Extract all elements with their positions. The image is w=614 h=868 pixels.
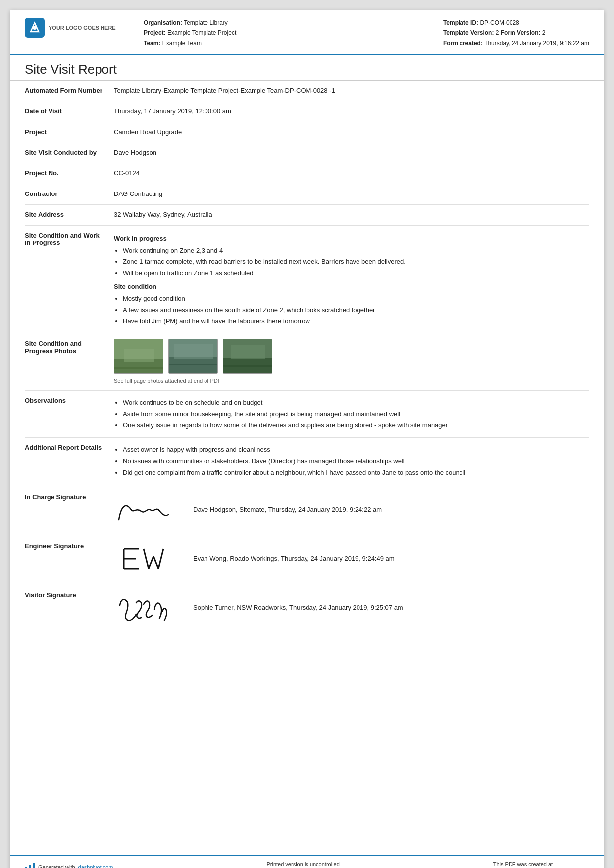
- svg-point-2: [33, 26, 37, 30]
- sig-attribution-visitor: Sophie Turner, NSW Roadworks, Thursday, …: [193, 604, 403, 611]
- sig-content-engineer: Evan Wong, Roado Workings, Thursday, 24 …: [114, 541, 589, 576]
- footer: Generated with dashpivot.com Printed ver…: [10, 855, 604, 868]
- sig-row-in-charge: In Charge Signature Dave Hodgson, Sitema…: [25, 485, 589, 534]
- value-site-visit-conducted-by: Dave Hodgson: [114, 148, 589, 158]
- list-item: Did get one complaint from a traffic con…: [123, 468, 589, 478]
- row-contractor: Contractor DAG Contracting: [25, 184, 589, 205]
- svg-line-19: [144, 549, 149, 569]
- list-item: No issues with communities or stakeholde…: [123, 456, 589, 467]
- footer-page-label: Printed version is uncontrolled: [266, 861, 339, 867]
- page: YOUR LOGO GOES HERE Organisation: Templa…: [10, 10, 604, 868]
- sig-attribution-in-charge: Dave Hodgson, Sitemate, Thursday, 24 Jan…: [193, 506, 382, 513]
- template-version-label: Template Version:: [443, 29, 494, 36]
- label-project-no: Project No.: [25, 168, 114, 177]
- label-site-condition: Site Condition and Work in Progress: [25, 231, 114, 246]
- row-observations: Observations Work continues to be on sch…: [25, 391, 589, 438]
- work-in-progress-heading: Work in progress: [114, 234, 589, 244]
- sig-row-engineer: Engineer Signature: [25, 534, 589, 583]
- photo-caption: See full page photos attached at end of …: [114, 377, 589, 386]
- logo-box: YOUR LOGO GOES HERE: [25, 18, 134, 38]
- footer-bars-icon: [25, 863, 35, 868]
- row-project: Project Camden Road Upgrade: [25, 122, 589, 143]
- content: Automated Form Number Template Library-E…: [10, 81, 604, 642]
- list-item: Have told Jim (PM) and he will have the …: [123, 316, 589, 327]
- form-version-value: 2: [542, 29, 546, 36]
- footer-right: This PDF was created at Thursday, 24 Jan…: [493, 861, 589, 868]
- footer-center: Printed version is uncontrolled Page 1 o…: [266, 861, 339, 868]
- row-date-of-visit: Date of Visit Thursday, 17 January 2019,…: [25, 101, 589, 122]
- svg-rect-6: [114, 367, 163, 369]
- row-project-no: Project No. CC-0124: [25, 163, 589, 184]
- logo-icon: [25, 18, 45, 38]
- list-item: A few issues and messiness on the south …: [123, 305, 589, 316]
- org-label: Organisation:: [144, 19, 182, 26]
- sig-image-in-charge: [114, 492, 178, 527]
- template-id-value: DP-COM-0028: [480, 19, 519, 26]
- observations-list: Work continues to be on schedule and on …: [123, 398, 589, 431]
- sig-attribution-engineer: Evan Wong, Roado Workings, Thursday, 24 …: [193, 555, 395, 562]
- project-label: Project:: [144, 29, 166, 36]
- label-automated-form-number: Automated Form Number: [25, 86, 114, 94]
- row-site-address: Site Address 32 Wallaby Way, Sydney, Aus…: [25, 205, 589, 226]
- row-photos: Site Condition and Progress Photos: [25, 334, 589, 391]
- value-photos: See full page photos attached at end of …: [114, 339, 589, 386]
- header: YOUR LOGO GOES HERE Organisation: Templa…: [10, 10, 604, 55]
- row-additional-details: Additional Report Details Asset owner is…: [25, 438, 589, 485]
- photo-row: [114, 339, 589, 374]
- template-version-value: 2: [496, 29, 499, 36]
- team-label: Team:: [144, 40, 160, 47]
- value-additional-details: Asset owner is happy with progress and c…: [114, 443, 589, 480]
- form-version-label: Form Version:: [501, 29, 541, 36]
- svg-rect-5: [124, 349, 154, 362]
- footer-pdf-label: This PDF was created at: [493, 861, 589, 867]
- photo-thumb-1: [114, 339, 163, 374]
- list-item: Mostly good condition: [123, 294, 589, 304]
- value-project-no: CC-0124: [114, 168, 589, 179]
- list-item: Will be open to traffic on Zone 1 as sch…: [123, 268, 589, 279]
- list-item: Work continues to be on schedule and on …: [123, 398, 589, 408]
- list-item: Aside from some minor housekeeping, the …: [123, 409, 589, 420]
- team-value: Example Team: [162, 40, 202, 47]
- svg-rect-8: [169, 357, 218, 374]
- site-condition-heading: Site condition: [114, 282, 589, 292]
- label-contractor: Contractor: [25, 189, 114, 197]
- value-site-condition: Work in progress Work continuing on Zone…: [114, 231, 589, 329]
- svg-rect-13: [231, 345, 265, 359]
- row-site-condition: Site Condition and Work in Progress Work…: [25, 226, 589, 334]
- report-title: Site Visit Report: [10, 55, 604, 81]
- footer-bar-3: [33, 863, 35, 868]
- row-site-visit-conducted-by: Site Visit Conducted by Dave Hodgson: [25, 143, 589, 164]
- sig-content-visitor: Sophie Turner, NSW Roadworks, Thursday, …: [114, 590, 589, 625]
- footer-bar-2: [29, 865, 31, 868]
- template-id-label: Template ID:: [443, 19, 478, 26]
- label-visitor-signature: Visitor Signature: [25, 590, 114, 599]
- svg-line-20: [149, 556, 154, 569]
- header-meta-center: Organisation: Template Library Project: …: [144, 18, 433, 48]
- site-condition-list: Mostly good condition A few issues and m…: [123, 294, 589, 327]
- value-date-of-visit: Thursday, 17 January 2019, 12:00:00 am: [114, 106, 589, 117]
- org-value: Template Library: [184, 19, 228, 26]
- value-automated-form-number: Template Library-Example Template Projec…: [114, 86, 589, 96]
- work-in-progress-list: Work continuing on Zone 2,3 and 4 Zone 1…: [123, 246, 589, 279]
- additional-details-list: Asset owner is happy with progress and c…: [123, 445, 589, 478]
- value-observations: Work continues to be on schedule and on …: [114, 396, 589, 433]
- svg-line-21: [154, 556, 158, 569]
- footer-logo: Generated with dashpivot.com: [25, 863, 113, 868]
- label-additional-details: Additional Report Details: [25, 443, 114, 451]
- sig-row-visitor: Visitor Signature Sophie Turner, NSW Roa…: [25, 583, 589, 632]
- form-created-label: Form created:: [443, 40, 483, 47]
- label-site-address: Site Address: [25, 210, 114, 218]
- sig-content-in-charge: Dave Hodgson, Sitemate, Thursday, 24 Jan…: [114, 492, 589, 527]
- row-automated-form-number: Automated Form Number Template Library-E…: [25, 81, 589, 101]
- label-site-visit-conducted-by: Site Visit Conducted by: [25, 148, 114, 156]
- list-item: Work continuing on Zone 2,3 and 4: [123, 246, 589, 256]
- label-date-of-visit: Date of Visit: [25, 106, 114, 115]
- value-site-address: 32 Wallaby Way, Sydney, Australia: [114, 210, 589, 220]
- label-in-charge-signature: In Charge Signature: [25, 492, 114, 501]
- footer-generated-link: dashpivot.com: [78, 864, 113, 868]
- label-photos: Site Condition and Progress Photos: [25, 339, 114, 355]
- value-project: Camden Road Upgrade: [114, 127, 589, 138]
- form-created-value: Thursday, 24 January 2019, 9:16:22 am: [484, 40, 589, 47]
- photo-thumb-2: [168, 339, 218, 374]
- label-engineer-signature: Engineer Signature: [25, 541, 114, 550]
